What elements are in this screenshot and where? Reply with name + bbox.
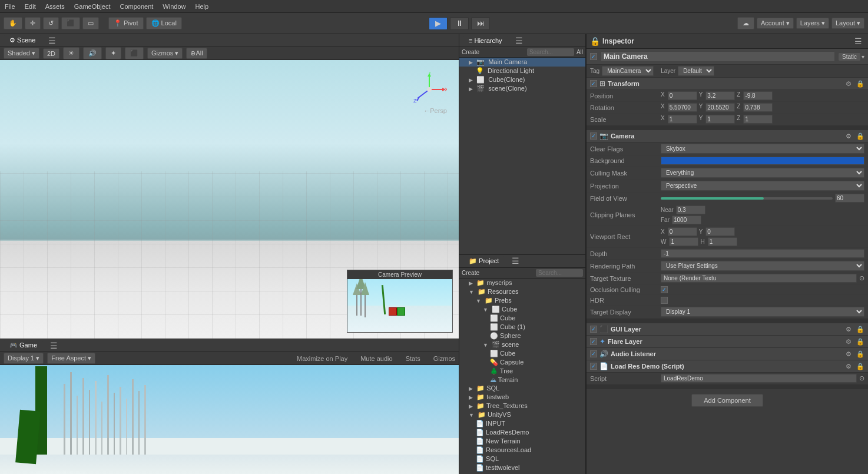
project-search[interactable] <box>536 269 583 277</box>
menu-help[interactable]: Help <box>190 2 213 11</box>
rot-x[interactable] <box>668 103 697 112</box>
move-tool[interactable]: ✛ <box>25 17 41 29</box>
scale-z[interactable] <box>743 115 773 124</box>
scene-menu-btn[interactable]: ☰ <box>46 36 58 45</box>
transform-checkbox[interactable] <box>590 80 597 87</box>
project-item-tree-textures[interactable]: ▶ 📁 Tree_Textures <box>459 402 585 410</box>
local-button[interactable]: 🌐 Local <box>146 17 182 29</box>
vp-x[interactable] <box>668 227 697 236</box>
2d-button[interactable]: 2D <box>43 48 59 59</box>
layers-dropdown[interactable]: Layers ▾ <box>796 18 829 29</box>
culling-mask-dropdown[interactable]: Everything <box>661 168 864 178</box>
background-color[interactable] <box>661 157 864 165</box>
project-item-tree-root[interactable]: ▶ 📁 Tree <box>459 472 585 475</box>
vp-y[interactable] <box>705 227 735 236</box>
project-item-loadresdemo[interactable]: 📄 LoadResDemo <box>459 428 585 437</box>
static-arrow[interactable]: ▾ <box>862 54 864 60</box>
gui-layer-menu[interactable]: ⚙ <box>846 326 852 333</box>
cloud-button[interactable]: ☁ <box>737 17 754 29</box>
tag-dropdown[interactable]: MainCamera <box>602 66 654 76</box>
stats-label[interactable]: Stats <box>406 355 420 362</box>
project-item-capsule[interactable]: 💊 Capsule <box>459 358 585 367</box>
pos-x[interactable] <box>668 91 697 100</box>
menu-window[interactable]: Window <box>158 2 190 11</box>
project-item-unityvs[interactable]: ▼ 📁 UnityVS <box>459 410 585 419</box>
project-item-myscrips[interactable]: ▶ 📁 myscrips <box>459 279 585 287</box>
rot-z[interactable] <box>743 103 773 112</box>
hierarchy-create-btn[interactable]: Create <box>462 49 479 55</box>
camera-lock[interactable]: 🔒 <box>856 132 864 140</box>
target-texture-input[interactable] <box>661 274 857 283</box>
scale-y[interactable] <box>705 115 735 124</box>
rendering-dropdown[interactable]: Use Player Settings <box>661 261 864 271</box>
project-item-sphere[interactable]: ⚪ Sphere <box>459 332 585 340</box>
game-tab[interactable]: 🎮 Game <box>4 340 43 350</box>
project-tab[interactable]: 📁 Project <box>463 256 505 266</box>
step-button[interactable]: ⏭ <box>471 17 490 30</box>
project-item-resources[interactable]: ▼ 📁 Resources <box>459 287 585 296</box>
project-menu-btn[interactable]: ☰ <box>509 256 522 266</box>
project-item-resourcesload[interactable]: 📄 ResourcesLoad <box>459 446 585 455</box>
aspect-dropdown[interactable]: Free Aspect ▾ <box>47 353 95 364</box>
flare-layer-checkbox[interactable] <box>590 338 597 345</box>
flare-layer-menu[interactable]: ⚙ <box>846 338 852 346</box>
project-item-cube-2[interactable]: ⬜ Cube (1) <box>459 323 585 332</box>
camera-checkbox[interactable] <box>590 132 597 140</box>
gizmos-dropdown[interactable]: Gizmos ▾ <box>147 48 183 59</box>
hierarchy-item-cube-clone[interactable]: ▶ ⬜ Cube(Clone) <box>459 75 585 84</box>
layout-dropdown[interactable]: Layout ▾ <box>831 18 864 29</box>
pos-y[interactable] <box>705 91 735 100</box>
project-item-new-terrain[interactable]: 📄 New Terrain <box>459 437 585 446</box>
audio-listener-header[interactable]: 🔊 Audio Listener ⚙ 🔒 <box>587 348 868 360</box>
camera-header[interactable]: 📷 Camera ⚙ 🔒 <box>587 130 868 142</box>
projection-dropdown[interactable]: Perspective <box>661 181 864 191</box>
load-res-demo-header[interactable]: 📄 Load Res Demo (Script) ⚙ 🔒 <box>587 360 868 373</box>
hierarchy-item-scene-clone[interactable]: ▶ 🎬 scene(Clone) <box>459 84 585 93</box>
project-item-tree-1[interactable]: 🌲 Tree <box>459 367 585 376</box>
hierarchy-tab[interactable]: ≡ Hierarchy <box>463 36 508 45</box>
shading-dropdown[interactable]: Shaded ▾ <box>4 48 39 59</box>
transform-menu[interactable]: ⚙ <box>846 80 852 88</box>
project-item-terrain[interactable]: ⛰ Terrain <box>459 376 585 384</box>
transform-lock[interactable]: 🔒 <box>856 80 864 88</box>
project-item-scene-cube[interactable]: ⬜ Cube <box>459 349 585 358</box>
load-res-demo-lock[interactable]: 🔒 <box>856 363 864 370</box>
project-item-testtwolevel[interactable]: 📄 testtwolevel <box>459 463 585 472</box>
depth-input[interactable] <box>661 249 864 258</box>
game-gizmos-label[interactable]: Gizmos <box>433 355 455 362</box>
gui-layer-lock[interactable]: 🔒 <box>856 326 864 333</box>
far-input[interactable] <box>672 216 701 224</box>
project-item-input[interactable]: 📄 INPUT <box>459 419 585 428</box>
scene-tab[interactable]: ⚙ Scene <box>4 35 41 45</box>
display-dropdown[interactable]: Display 1 ▾ <box>4 353 44 364</box>
scale-x[interactable] <box>668 115 697 124</box>
vp-w[interactable] <box>669 237 698 246</box>
menu-file[interactable]: File <box>0 2 20 11</box>
project-item-sql-2[interactable]: 📄 SQL <box>459 455 585 463</box>
gui-layer-checkbox[interactable] <box>590 326 597 333</box>
script-input[interactable] <box>661 374 857 383</box>
hierarchy-item-directional-light[interactable]: 💡 Directional Light <box>459 67 585 75</box>
fov-input[interactable] <box>835 194 864 203</box>
load-res-demo-checkbox[interactable] <box>590 363 597 370</box>
flare-layer-header[interactable]: ✦ Flare Layer ⚙ 🔒 <box>587 336 868 348</box>
flare-layer-lock[interactable]: 🔒 <box>856 338 864 346</box>
menu-assets[interactable]: Assets <box>41 2 69 11</box>
target-display-dropdown[interactable]: Display 1 <box>661 307 864 317</box>
add-component-button[interactable]: Add Component <box>691 394 763 407</box>
project-item-cube-1[interactable]: ⬜ Cube <box>459 314 585 323</box>
rect-tool[interactable]: ▭ <box>82 17 99 29</box>
audio-listener-checkbox[interactable] <box>590 350 597 357</box>
pivot-button[interactable]: 📍 Pivot <box>108 17 144 29</box>
fov-slider[interactable] <box>661 197 833 200</box>
pos-z[interactable] <box>743 91 773 100</box>
rot-y[interactable] <box>705 103 735 112</box>
target-texture-browse[interactable]: ⊙ <box>859 274 864 282</box>
object-active-checkbox[interactable] <box>590 53 597 60</box>
account-dropdown[interactable]: Account ▾ <box>757 18 794 29</box>
clear-flags-dropdown[interactable]: Skybox <box>661 144 864 154</box>
hand-tool[interactable]: ✋ <box>4 17 22 29</box>
all-dropdown[interactable]: ⊕All <box>186 48 207 59</box>
object-name-field[interactable] <box>601 51 835 62</box>
audio-listener-lock[interactable]: 🔒 <box>856 350 864 358</box>
